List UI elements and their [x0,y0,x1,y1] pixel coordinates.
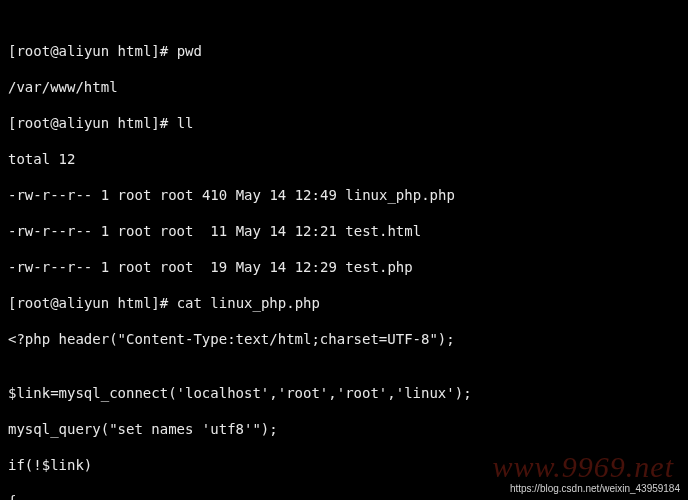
file-content-line: mysql_query("set names 'utf8'"); [8,420,680,438]
file-content-line: if(!$link) [8,456,680,474]
prompt-user: root [16,43,50,59]
prompt-cwd: html [118,43,152,59]
pwd-output: /var/www/html [8,78,680,96]
prompt-at: @ [50,43,58,59]
ll-row: -rw-r--r-- 1 root root 11 May 14 12:21 t… [8,222,680,240]
ll-row: -rw-r--r-- 1 root root 19 May 14 12:29 t… [8,258,680,276]
cmd-pwd: pwd [177,43,202,59]
ll-total: total 12 [8,150,680,168]
file-name: linux_php.php [345,187,455,203]
file-name: test.php [345,259,412,275]
file-content-line: <?php header("Content-Type:text/html;cha… [8,330,680,348]
prompt-line: [root@aliyun html]# ll [8,114,680,132]
cmd-cat: cat linux_php.php [177,295,320,311]
cmd-ll: ll [177,115,194,131]
prompt-host: aliyun [59,43,110,59]
terminal-window[interactable]: [root@aliyun html]# pwd /var/www/html [r… [0,0,688,500]
ll-row: -rw-r--r-- 1 root root 410 May 14 12:49 … [8,186,680,204]
file-name: test.html [345,223,421,239]
prompt-close: ]# [151,43,176,59]
source-url: https://blog.csdn.net/weixin_43959184 [508,480,682,498]
prompt-line: [root@aliyun html]# cat linux_php.php [8,294,680,312]
prompt-line: [root@aliyun html]# pwd [8,42,680,60]
file-content-line: $link=mysql_connect('localhost','root','… [8,384,680,402]
